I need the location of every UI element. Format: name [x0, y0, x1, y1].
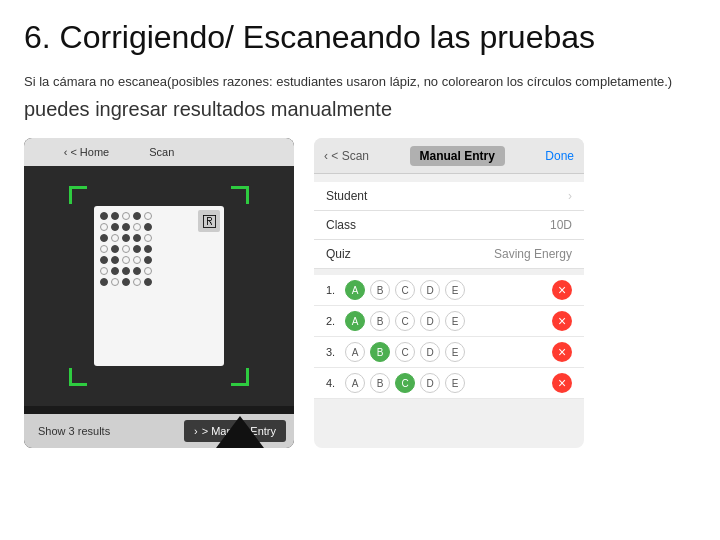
bubble: [122, 267, 130, 275]
answer-b-1[interactable]: B: [370, 280, 390, 300]
delete-button-1[interactable]: ×: [552, 280, 572, 300]
left-phone-screenshot: ‹ < Home Scan 🅁: [24, 138, 294, 448]
answer-num-3: 3.: [326, 346, 340, 358]
answer-c-2[interactable]: C: [395, 311, 415, 331]
answer-d-1[interactable]: D: [420, 280, 440, 300]
answer-row-4: 4. A B C D E ×: [314, 368, 584, 399]
right-phone-screenshot: ‹ < Scan Manual Entry Done Student › Cla…: [314, 138, 584, 448]
bubble: [133, 212, 141, 220]
bubble-sheet-inner: 🅁: [94, 206, 224, 366]
answer-e-3[interactable]: E: [445, 342, 465, 362]
class-value: 10D: [550, 218, 572, 232]
answer-a-2[interactable]: A: [345, 311, 365, 331]
answer-list: 1. A B C D E × 2. A B C D E ×: [314, 275, 584, 399]
home-label: < Home: [70, 146, 109, 158]
delete-button-4[interactable]: ×: [552, 373, 572, 393]
answer-b-4[interactable]: B: [370, 373, 390, 393]
bubble: [133, 267, 141, 275]
answer-num-1: 1.: [326, 284, 340, 296]
bubble: [111, 212, 119, 220]
answer-a-4[interactable]: A: [345, 373, 365, 393]
bubble: [111, 234, 119, 242]
answer-a-1[interactable]: A: [345, 280, 365, 300]
chevron-right-icon: ›: [568, 189, 572, 203]
answer-b-3[interactable]: B: [370, 342, 390, 362]
bubble: [111, 256, 119, 264]
answer-c-4[interactable]: C: [395, 373, 415, 393]
bubble: [100, 223, 108, 231]
bubble: [111, 267, 119, 275]
class-row[interactable]: Class 10D: [314, 211, 584, 240]
bubble: [111, 223, 119, 231]
answer-row-2: 2. A B C D E ×: [314, 306, 584, 337]
corner-br: [231, 368, 249, 386]
quiz-value: Saving Energy: [494, 247, 572, 261]
scan-label: Scan: [149, 146, 174, 158]
bubble: [122, 223, 130, 231]
manual-entry-tab[interactable]: Manual Entry: [410, 146, 505, 166]
show-results-button[interactable]: Show 3 results: [32, 421, 116, 441]
answer-row-1: 1. A B C D E ×: [314, 275, 584, 306]
answer-d-4[interactable]: D: [420, 373, 440, 393]
subtitle-paren: (posibles razones: estudiantes usaron lá…: [167, 74, 672, 89]
left-topbar: ‹ < Home Scan: [24, 138, 294, 166]
bubble-row: [100, 267, 218, 275]
subtitle-large: puedes ingresar resultados manualmente: [24, 98, 392, 120]
answer-d-2[interactable]: D: [420, 311, 440, 331]
answer-b-2[interactable]: B: [370, 311, 390, 331]
bubble: [111, 278, 119, 286]
answer-num-4: 4.: [326, 377, 340, 389]
bubble: [111, 245, 119, 253]
page-title: 6. Corrigiendo/ Escaneando las pruebas: [24, 18, 696, 56]
bubble-sheet: 🅁: [94, 206, 224, 366]
bubble: [100, 278, 108, 286]
delete-button-2[interactable]: ×: [552, 311, 572, 331]
bubble-row: [100, 234, 218, 242]
bubble: [144, 278, 152, 286]
bubble: [144, 256, 152, 264]
bubble: [133, 256, 141, 264]
quiz-label: Quiz: [326, 247, 351, 261]
answer-e-2[interactable]: E: [445, 311, 465, 331]
bubble: [122, 278, 130, 286]
answer-c-3[interactable]: C: [395, 342, 415, 362]
screenshots-row: ‹ < Home Scan 🅁: [24, 138, 696, 528]
bubble: [144, 245, 152, 253]
chevron-left-icon: ‹: [324, 149, 328, 163]
answer-a-3[interactable]: A: [345, 342, 365, 362]
answer-d-3[interactable]: D: [420, 342, 440, 362]
bubble: [122, 234, 130, 242]
done-button[interactable]: Done: [545, 149, 574, 163]
answer-e-4[interactable]: E: [445, 373, 465, 393]
bubble: [100, 267, 108, 275]
answer-num-2: 2.: [326, 315, 340, 327]
scan-overlay: 🅁: [69, 186, 249, 386]
delete-button-3[interactable]: ×: [552, 342, 572, 362]
answer-c-1[interactable]: C: [395, 280, 415, 300]
bubble: [100, 256, 108, 264]
answer-row-3: 3. A B C D E ×: [314, 337, 584, 368]
bubble: [144, 223, 152, 231]
chevron-right-icon: ›: [194, 425, 198, 437]
bubble: [133, 234, 141, 242]
subtitle: Si la cámara no escanea(posibles razones…: [24, 64, 696, 124]
arrow-indicator: [210, 416, 270, 448]
answer-e-1[interactable]: E: [445, 280, 465, 300]
bubble: [144, 234, 152, 242]
bubble-row: [100, 256, 218, 264]
bubble: [100, 245, 108, 253]
bubble: [100, 212, 108, 220]
corner-tl: [69, 186, 87, 204]
corner-tr: [231, 186, 249, 204]
bubble: [100, 234, 108, 242]
student-label: Student: [326, 189, 367, 203]
student-row[interactable]: Student ›: [314, 182, 584, 211]
bubble: [122, 212, 130, 220]
right-topbar: ‹ < Scan Manual Entry Done: [314, 138, 584, 174]
quiz-row[interactable]: Quiz Saving Energy: [314, 240, 584, 269]
student-icon: 🅁: [198, 210, 220, 232]
home-back-button[interactable]: ‹ < Home: [64, 146, 110, 158]
bubble: [144, 212, 152, 220]
scan-back-button[interactable]: ‹ < Scan: [324, 149, 369, 163]
svg-marker-0: [210, 416, 270, 448]
